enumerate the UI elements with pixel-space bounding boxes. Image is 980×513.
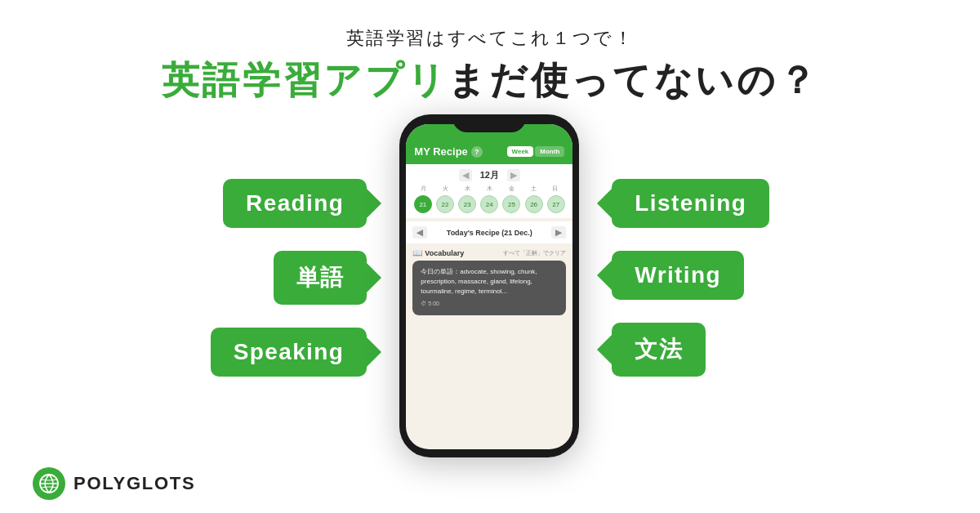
cal-month-label: 12月: [480, 169, 499, 181]
tag-reading[interactable]: Reading: [223, 179, 367, 228]
header-subtitle: 英語学習はすべてこれ１つで！: [162, 26, 819, 51]
cal-day-22[interactable]: 22: [436, 195, 454, 213]
month-btn[interactable]: Month: [535, 146, 564, 157]
cal-day-23[interactable]: 23: [458, 195, 476, 213]
page-container: 英語学習はすべてこれ１つで！ 英語学習アプリまだ使ってないの？ Reading …: [0, 0, 980, 513]
calendar-area: ◀ 12月 ▶ 月 火 水 木 金 土 日: [406, 164, 572, 218]
recipe-next-arrow[interactable]: ▶: [551, 226, 566, 239]
clock-icon: ⏱: [421, 300, 426, 309]
header-black-text: まだ使ってないの？: [448, 59, 818, 101]
tag-writing[interactable]: Writing: [612, 251, 744, 300]
header-main-title: 英語学習アプリまだ使ってないの？: [162, 56, 819, 106]
tag-speaking[interactable]: Speaking: [211, 328, 368, 377]
polyglots-logo-icon: [38, 473, 60, 494]
phone-mockup: MY Recipe ? Week Month ◀ 12月 ▶: [399, 114, 579, 457]
cal-day-26[interactable]: 26: [525, 195, 543, 213]
cal-days-row: 21 22 23 24 25 26 27: [412, 195, 566, 213]
cal-day-24[interactable]: 24: [480, 195, 498, 213]
vocab-section: 📖 Vocabulary すべて「正解」でクリア 今日の単語：advocate,…: [406, 243, 572, 449]
vocab-clear-text: すべて「正解」でクリア: [503, 249, 566, 257]
tag-tango[interactable]: 単語: [274, 251, 368, 305]
screen-title: MY Recipe ?: [414, 145, 483, 158]
week-btn[interactable]: Week: [507, 146, 534, 157]
header-green-text: 英語学習アプリ: [162, 59, 448, 101]
right-tags-column: Listening Writing 文法: [612, 179, 769, 393]
vocab-icon: 📖: [412, 248, 422, 257]
vocab-time: ⏱ 5:00: [421, 300, 558, 309]
cal-nav: ◀ 12月 ▶: [412, 169, 566, 181]
header-area: 英語学習はすべてこれ１つで！ 英語学習アプリまだ使ってないの？: [162, 0, 819, 106]
cal-next-arrow[interactable]: ▶: [507, 169, 520, 181]
recipe-label: Today's Recipe (21 Dec.): [447, 229, 532, 237]
vocab-card: 今日の単語：advocate, showing, chunk, prescrip…: [412, 261, 566, 315]
left-tags-column: Reading 単語 Speaking: [211, 179, 368, 393]
vocab-title: 📖 Vocabulary: [412, 248, 464, 257]
tag-bunpo[interactable]: 文法: [612, 323, 706, 377]
cal-day-21[interactable]: 21: [414, 195, 432, 213]
recipe-nav: ◀ Today's Recipe (21 Dec.) ▶: [406, 221, 572, 243]
cal-day-25[interactable]: 25: [502, 195, 520, 213]
recipe-prev-arrow[interactable]: ◀: [412, 226, 427, 239]
phone-screen: MY Recipe ? Week Month ◀ 12月 ▶: [406, 124, 572, 449]
cal-prev-arrow[interactable]: ◀: [459, 169, 472, 181]
middle-section: Reading 単語 Speaking MY Recipe ?: [0, 114, 980, 457]
footer: POLYGLOTS: [0, 457, 980, 513]
logo-circle: [33, 467, 65, 500]
logo-area: POLYGLOTS: [33, 467, 196, 500]
week-month-toggle[interactable]: Week Month: [507, 146, 565, 157]
vocab-header: 📖 Vocabulary すべて「正解」でクリア: [412, 248, 566, 257]
vocab-text: 今日の単語：advocate, showing, chunk, prescrip…: [421, 268, 537, 295]
phone-notch: [452, 114, 526, 132]
logo-text: POLYGLOTS: [74, 473, 196, 494]
tag-listening[interactable]: Listening: [612, 179, 769, 228]
cal-day-27[interactable]: 27: [547, 195, 565, 213]
cal-days-header: 月 火 水 木 金 土 日: [412, 185, 566, 193]
question-badge: ?: [471, 146, 483, 158]
phone-body: MY Recipe ? Week Month ◀ 12月 ▶: [399, 114, 579, 457]
